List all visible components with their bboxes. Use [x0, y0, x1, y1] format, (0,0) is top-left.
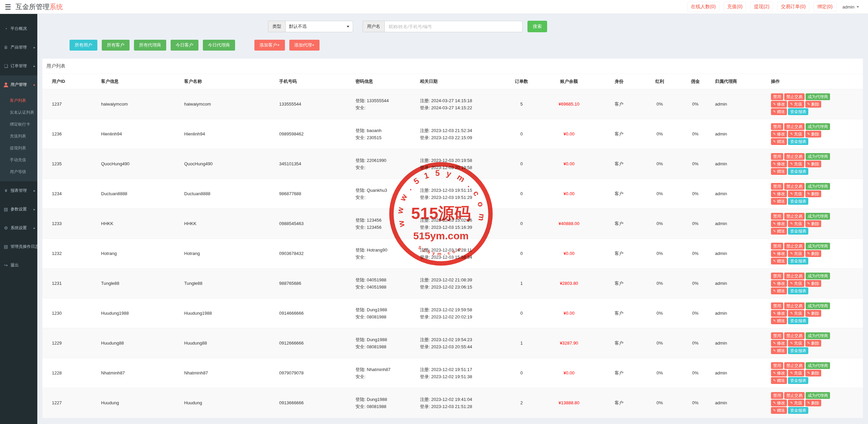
delete-button[interactable]: ✎ 删除: [805, 101, 821, 108]
forbid-trade-button[interactable]: 禁止交易: [784, 362, 805, 369]
disable-button[interactable]: 禁用: [771, 183, 783, 190]
make-agent-button[interactable]: 成为代理商: [806, 243, 830, 250]
edit-button[interactable]: ✎ 修改: [771, 161, 787, 167]
funds-report-button[interactable]: 资金报表: [788, 198, 808, 205]
sidebar-subitem-customer-list[interactable]: 客户列表: [0, 95, 37, 107]
sidebar-item-dashboard[interactable]: ◔ 平台概况: [0, 19, 37, 38]
sidebar-subitem-withdraw-list[interactable]: 提现列表: [0, 142, 37, 154]
disable-button[interactable]: 禁用: [771, 273, 783, 279]
recharge-button[interactable]: ✎ 充值: [788, 340, 804, 347]
recharge-button[interactable]: ✎ 充值: [788, 220, 804, 227]
disable-button[interactable]: 禁用: [771, 123, 783, 130]
gift-button[interactable]: ✎ 赠送: [771, 108, 787, 115]
sidebar-subitem-recharge-list[interactable]: 充值列表: [0, 130, 37, 142]
gift-button[interactable]: ✎ 赠送: [771, 377, 787, 384]
funds-report-button[interactable]: 资金报表: [788, 228, 808, 235]
forbid-trade-button[interactable]: 禁止交易: [784, 123, 805, 130]
all-customers-button[interactable]: 所有客户: [102, 40, 130, 51]
delete-button[interactable]: ✎ 删除: [805, 250, 821, 257]
sidebar-subitem-manual-recharge[interactable]: 手动充值: [0, 154, 37, 166]
forbid-trade-button[interactable]: 禁止交易: [784, 153, 805, 160]
edit-button[interactable]: ✎ 修改: [771, 310, 787, 317]
disable-button[interactable]: 禁用: [771, 332, 783, 339]
funds-report-button[interactable]: 资金报表: [788, 288, 808, 294]
gift-button[interactable]: ✎ 赠送: [771, 288, 787, 294]
type-select[interactable]: 默认不选: [285, 21, 353, 32]
add-customer-button[interactable]: 添加客户+: [254, 40, 285, 51]
add-agent-button[interactable]: 添加代理+: [289, 40, 320, 51]
forbid-trade-button[interactable]: 禁止交易: [784, 392, 805, 399]
make-agent-button[interactable]: 成为代理商: [806, 302, 830, 309]
edit-button[interactable]: ✎ 修改: [771, 250, 787, 257]
sidebar-item-orders[interactable]: ❏ 订单管理 ▸: [0, 57, 37, 75]
delete-button[interactable]: ✎ 删除: [805, 400, 821, 406]
make-agent-button[interactable]: 成为代理商: [806, 153, 830, 160]
disable-button[interactable]: 禁用: [771, 362, 783, 369]
funds-report-button[interactable]: 资金报表: [788, 168, 808, 175]
search-button[interactable]: 搜索: [527, 21, 547, 32]
funds-report-button[interactable]: 资金报表: [788, 377, 808, 384]
recharge-button[interactable]: ✎ 充值: [788, 280, 804, 287]
today-customers-button[interactable]: 今日客户: [171, 40, 198, 51]
forbid-trade-button[interactable]: 禁止交易: [784, 332, 805, 339]
delete-button[interactable]: ✎ 删除: [805, 340, 821, 347]
bind-badge[interactable]: 绑定(0): [813, 2, 836, 12]
delete-button[interactable]: ✎ 删除: [805, 280, 821, 287]
delete-button[interactable]: ✎ 删除: [805, 161, 821, 167]
recharge-button[interactable]: ✎ 充值: [788, 131, 804, 137]
gift-button[interactable]: ✎ 赠送: [771, 198, 787, 205]
sidebar-item-settings[interactable]: ⚙ 系统设置 ▸: [0, 219, 37, 237]
recharge-button[interactable]: ✎ 充值: [788, 310, 804, 317]
delete-button[interactable]: ✎ 删除: [805, 131, 821, 137]
all-agents-button[interactable]: 所有代理商: [134, 40, 166, 51]
sidebar-item-admin-log[interactable]: ▤ 管理员操作日志: [0, 237, 37, 256]
forbid-trade-button[interactable]: 禁止交易: [784, 302, 805, 309]
make-agent-button[interactable]: 成为代理商: [806, 362, 830, 369]
gift-button[interactable]: ✎ 赠送: [771, 347, 787, 354]
edit-button[interactable]: ✎ 修改: [771, 370, 787, 376]
delete-button[interactable]: ✎ 删除: [805, 220, 821, 227]
recharge-button[interactable]: ✎ 充值: [788, 370, 804, 376]
sidebar-subitem-realname-auth-list[interactable]: 实名认证列表: [0, 107, 37, 118]
funds-report-button[interactable]: 资金报表: [788, 108, 808, 115]
edit-button[interactable]: ✎ 修改: [771, 220, 787, 227]
online-count-badge[interactable]: 在线人数(0): [687, 2, 719, 12]
hamburger-menu-icon[interactable]: ☰: [5, 3, 11, 11]
sidebar-item-params[interactable]: ▤ 参数设置 ▸: [0, 200, 37, 219]
funds-report-button[interactable]: 资金报表: [788, 138, 808, 145]
make-agent-button[interactable]: 成为代理商: [806, 213, 830, 220]
all-users-button[interactable]: 所有用户: [70, 40, 97, 51]
make-agent-button[interactable]: 成为代理商: [806, 273, 830, 279]
forbid-trade-button[interactable]: 禁止交易: [784, 273, 805, 279]
make-agent-button[interactable]: 成为代理商: [806, 392, 830, 399]
recharge-button[interactable]: ✎ 充值: [788, 161, 804, 167]
sidebar-item-products[interactable]: Ƀ 产品管理 ▸: [0, 38, 37, 57]
delete-button[interactable]: ✎ 删除: [805, 190, 821, 197]
recharge-button[interactable]: ✎ 充值: [788, 101, 804, 108]
funds-report-button[interactable]: 资金报表: [788, 347, 808, 354]
gift-button[interactable]: ✎ 赠送: [771, 317, 787, 324]
recharge-badge[interactable]: 充值(0): [724, 2, 746, 12]
funds-report-button[interactable]: 资金报表: [788, 258, 808, 264]
disable-button[interactable]: 禁用: [771, 392, 783, 399]
gift-button[interactable]: ✎ 赠送: [771, 258, 787, 264]
disable-button[interactable]: 禁用: [771, 153, 783, 160]
make-agent-button[interactable]: 成为代理商: [806, 183, 830, 190]
recharge-button[interactable]: ✎ 充值: [788, 190, 804, 197]
edit-button[interactable]: ✎ 修改: [771, 340, 787, 347]
funds-report-button[interactable]: 资金报表: [788, 407, 808, 414]
username-input[interactable]: [384, 21, 523, 32]
edit-button[interactable]: ✎ 修改: [771, 101, 787, 108]
sidebar-item-logout[interactable]: ↪ 退出: [0, 256, 37, 275]
edit-button[interactable]: ✎ 修改: [771, 190, 787, 197]
sidebar-subitem-bind-bank-card[interactable]: 绑定银行卡: [0, 118, 37, 130]
forbid-trade-button[interactable]: 禁止交易: [784, 213, 805, 220]
make-agent-button[interactable]: 成为代理商: [806, 332, 830, 339]
disable-button[interactable]: 禁用: [771, 213, 783, 220]
today-agents-button[interactable]: 今日代理商: [203, 40, 235, 51]
edit-button[interactable]: ✎ 修改: [771, 280, 787, 287]
forbid-trade-button[interactable]: 禁止交易: [784, 243, 805, 250]
disable-button[interactable]: 禁用: [771, 93, 783, 100]
delete-button[interactable]: ✎ 删除: [805, 370, 821, 376]
sidebar-item-users[interactable]: 用户管理 ▸: [0, 75, 37, 94]
